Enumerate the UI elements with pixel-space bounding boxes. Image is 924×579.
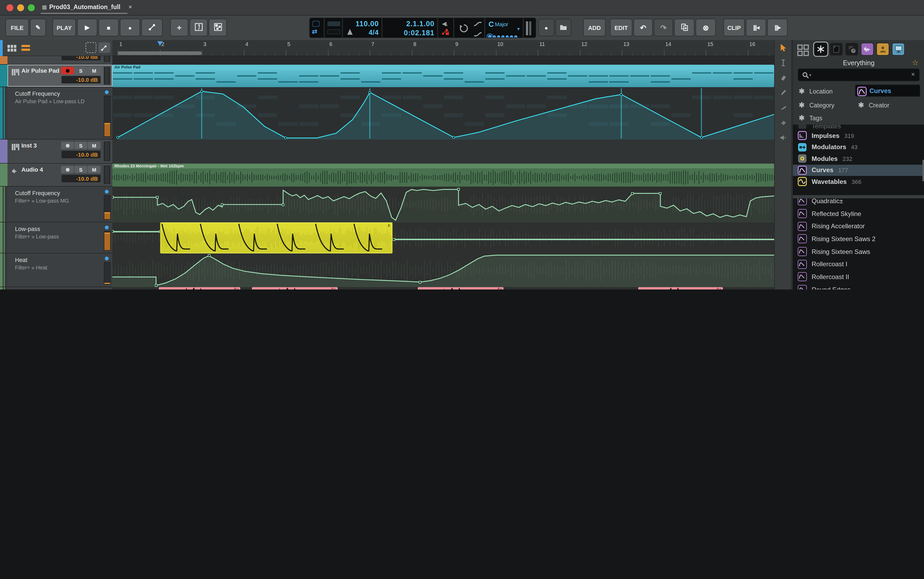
- track-volume[interactable]: -10.0 dB: [62, 56, 100, 61]
- automation-mode-button[interactable]: [98, 42, 110, 53]
- browser-grid-icon[interactable]: [797, 44, 809, 58]
- transport-extra-folder[interactable]: [555, 19, 571, 36]
- track-name[interactable]: Audio 4: [21, 166, 60, 173]
- cutoff-automation-curve[interactable]: [112, 87, 774, 139]
- automation-lane-header[interactable]: HeatFilter+ » Heat: [8, 254, 112, 286]
- key-cell[interactable]: C Major ▼: [485, 18, 524, 38]
- automation-point[interactable]: [112, 231, 114, 233]
- automation-point[interactable]: [156, 196, 159, 199]
- track-header[interactable]: Inst 3SM-10.0 dB: [8, 139, 112, 163]
- automation-point[interactable]: [282, 203, 284, 206]
- solo-button[interactable]: S: [74, 166, 87, 173]
- clip-resonance-3[interactable]: ᕕ𝄐: [638, 287, 722, 290]
- category-scrollbar[interactable]: [922, 160, 924, 181]
- delete-button[interactable]: ⊗: [696, 19, 716, 36]
- arranger-ruler[interactable]: 12345678910111213141516: [112, 40, 774, 56]
- position-cell[interactable]: 2.1.1.00 0:02.181: [382, 18, 438, 38]
- mute-button[interactable]: M: [88, 67, 100, 74]
- arranger-lane-0[interactable]: [112, 56, 774, 65]
- location-chip[interactable]: Curves: [855, 85, 920, 97]
- ruler-view-range[interactable]: [118, 51, 202, 55]
- presets-tab[interactable]: P: [845, 43, 858, 56]
- lane-value-fader[interactable]: [104, 96, 111, 137]
- track-row-heat[interactable]: HeatFilter+ » Heat: [0, 254, 112, 287]
- dual-layout-toggle[interactable]: [208, 19, 227, 36]
- pointer-tool-icon[interactable]: [779, 43, 787, 54]
- category-row-modulators[interactable]: Modulators43: [793, 141, 924, 153]
- groove-cell[interactable]: [524, 18, 536, 38]
- track-header[interactable]: -10.0 dB: [8, 56, 112, 64]
- clip-button[interactable]: CLIP: [723, 19, 745, 36]
- track-volume[interactable]: -10.0 dB: [62, 175, 100, 182]
- result-row[interactable]: Rollercoast II: [793, 270, 924, 283]
- clip-launcher-toggle[interactable]: [189, 19, 208, 36]
- project-tab-close-icon[interactable]: ×: [128, 3, 132, 11]
- automation-point[interactable]: [284, 137, 287, 139]
- search-input[interactable]: [814, 70, 905, 80]
- category-row-wavetables[interactable]: Wavetables366: [793, 176, 924, 187]
- track-row-cutoff-frequency[interactable]: Cutoff FrequencyFilter+ » Low-pass MG: [0, 186, 112, 222]
- search-dropdown-icon[interactable]: ▼: [808, 73, 812, 77]
- automation-point[interactable]: [457, 188, 460, 191]
- mute-button[interactable]: M: [88, 142, 100, 149]
- track-row-resonance[interactable]: ResonanceFilter+ » Low-pass MG: [0, 287, 112, 290]
- arranger-lane-6[interactable]: ᕕ: [112, 222, 774, 254]
- automation-point[interactable]: [620, 93, 623, 96]
- automation-write-button[interactable]: [141, 19, 162, 36]
- automation-select-icon[interactable]: [85, 42, 96, 53]
- loop-cell[interactable]: [454, 18, 485, 38]
- result-row[interactable]: Quadratic±: [793, 198, 924, 207]
- track-header[interactable]: Audio 4SM-10.0 dB: [8, 164, 112, 186]
- automation-point[interactable]: [392, 238, 395, 241]
- arranger-lane-8[interactable]: ᕕ𝄐ᕕ𝄐ᕕ𝄐ᕕ𝄐: [112, 287, 774, 290]
- grid-view-icon[interactable]: [8, 44, 17, 54]
- play-menu-button[interactable]: PLAY: [53, 19, 76, 36]
- clip-rhodes[interactable]: Rhodes 23 Morningair - Wet 102bpm: [112, 164, 774, 186]
- devices-tab[interactable]: [830, 43, 843, 56]
- result-row[interactable]: Round Edges: [793, 283, 924, 290]
- category-row-modules[interactable]: Modules232: [793, 153, 924, 164]
- track-row-partial[interactable]: -10.0 dB: [0, 56, 112, 65]
- automation-active-dot[interactable]: [105, 226, 108, 229]
- lane-value-fader[interactable]: [104, 262, 111, 285]
- mute-button[interactable]: M: [88, 166, 100, 173]
- automation-active-dot[interactable]: [105, 257, 108, 260]
- eraser-tool-icon[interactable]: [779, 74, 787, 84]
- automation-point[interactable]: [631, 192, 634, 195]
- everything-tab[interactable]: [814, 43, 827, 56]
- automation-point[interactable]: [368, 91, 371, 94]
- automation-point[interactable]: [659, 192, 661, 195]
- filter-tags[interactable]: ✱ Tags: [799, 113, 822, 123]
- browser-title[interactable]: Everything: [793, 59, 924, 67]
- category-row-impulses[interactable]: Impulses319: [793, 130, 924, 141]
- project-tab-title[interactable]: Prod03_Automation_full: [49, 4, 120, 10]
- arranger-lane-3[interactable]: [112, 139, 774, 164]
- samples-tab[interactable]: [861, 43, 874, 56]
- automation-point[interactable]: [200, 90, 203, 93]
- track-row-audio-4[interactable]: Audio 4SM-10.0 dB: [0, 164, 112, 186]
- automation-lane-header[interactable]: ResonanceFilter+ » Low-pass MG: [8, 287, 112, 290]
- record-arm-button[interactable]: [61, 166, 74, 173]
- arranger-lane-2[interactable]: [112, 87, 774, 139]
- result-row[interactable]: Rollercoast I: [793, 258, 924, 270]
- file-button[interactable]: FILE: [5, 19, 29, 36]
- minimize-window-button[interactable]: [17, 4, 24, 11]
- record-arm-button[interactable]: [61, 142, 74, 149]
- automation-point[interactable]: [221, 203, 224, 206]
- duplicate-button[interactable]: [674, 19, 694, 36]
- result-row[interactable]: Rising Sixteen Saws 2: [793, 232, 924, 245]
- favorites-star-icon[interactable]: ☆: [912, 58, 919, 67]
- close-window-button[interactable]: [7, 4, 13, 11]
- list-view-icon[interactable]: [21, 45, 30, 47]
- edit-button[interactable]: EDIT: [610, 19, 632, 36]
- fade-curve-icon[interactable]: [474, 20, 482, 29]
- track-row-low-pass[interactable]: Low-passFilter+ » Low-pass: [0, 222, 112, 254]
- loop-icon[interactable]: [458, 23, 469, 36]
- artists-tab[interactable]: [876, 43, 889, 56]
- automation-point[interactable]: [208, 255, 210, 257]
- undo-button[interactable]: ↶: [634, 19, 653, 36]
- track-row-cutoff-frequency[interactable]: Cutoff FrequencyAir Pulse Pad » Low-pass…: [0, 87, 112, 139]
- shift-right-button[interactable]: |||▸: [767, 19, 788, 36]
- tempo-cell[interactable]: 110.00 4/4: [343, 18, 382, 38]
- transport-engine-cell[interactable]: ⇄: [310, 18, 325, 38]
